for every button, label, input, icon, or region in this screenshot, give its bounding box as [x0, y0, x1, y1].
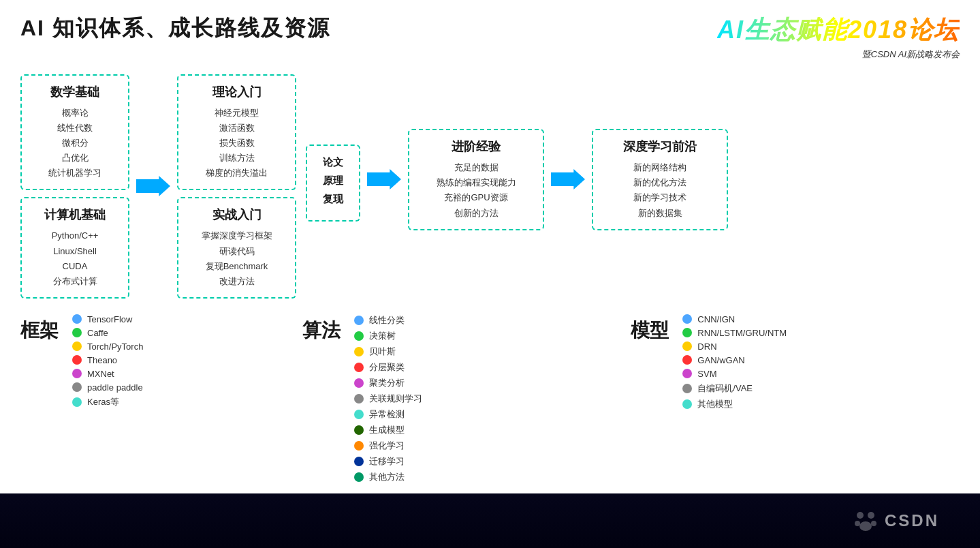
dot-cnn — [682, 314, 692, 324]
framework-paddle: paddle paddle — [87, 382, 143, 393]
framework-caffe: Caffe — [87, 328, 108, 338]
paper-title: 论文原理复现 — [317, 153, 349, 208]
list-item: TensorFlow — [72, 314, 143, 324]
list-item: SVM — [682, 369, 787, 379]
advanced-title: 进阶经验 — [420, 138, 532, 155]
math-items: 概率论线性代数微积分凸优化统计机器学习 — [33, 106, 117, 181]
practice-items: 掌握深度学习框架研读代码复现Benchmark改进方法 — [189, 228, 284, 288]
svg-marker-0 — [136, 176, 170, 196]
algo-bayes: 贝叶斯 — [369, 346, 396, 358]
dot-vae — [682, 384, 692, 393]
svg-point-6 — [871, 521, 876, 526]
math-title: 数学基础 — [33, 84, 117, 100]
list-item: 决策树 — [354, 330, 422, 342]
algorithms-section: 算法 线性分类 决策树 贝叶斯 分层聚类 — [302, 311, 631, 483]
list-item: GAN/wGAN — [682, 355, 787, 365]
models-section: 模型 CNN/IGN RNN/LSTM/GRU/NTM DRN GAN/wGAN — [631, 311, 960, 483]
computer-title: 计算机基础 — [33, 207, 117, 223]
csdn-icon — [852, 507, 879, 534]
bottom-section: 框架 TensorFlow Caffe Torch/PyTorch Theano — [20, 311, 960, 483]
dot-svm — [682, 369, 692, 378]
model-gan: GAN/wGAN — [697, 355, 744, 365]
dot-other-model — [682, 399, 692, 409]
advanced-box: 进阶经验 充足的数据熟练的编程实现能力充裕的GPU资源创新的方法 — [408, 129, 544, 230]
dot-anomaly — [354, 410, 364, 419]
framework-tensorflow: TensorFlow — [87, 314, 132, 324]
dot-theano — [72, 355, 82, 365]
model-other: 其他模型 — [697, 398, 733, 410]
algo-assoc: 关联规则学习 — [369, 393, 422, 405]
list-item: 异常检测 — [354, 408, 422, 421]
framework-keras: Keras等 — [87, 396, 119, 408]
svg-point-4 — [868, 512, 874, 519]
logo-main: AI生态赋能2018论坛 — [717, 14, 960, 47]
algo-linear: 线性分类 — [369, 314, 405, 326]
dot-transfer — [354, 457, 364, 466]
dot-keras — [72, 397, 82, 407]
list-item: 强化学习 — [354, 440, 422, 452]
dot-torch — [72, 341, 82, 351]
logo-sub: 暨CSDN AI新战略发布会 — [862, 48, 960, 61]
math-box: 数学基础 概率论线性代数微积分凸优化统计机器学习 — [20, 74, 129, 190]
model-svm: SVM — [697, 369, 716, 379]
model-vae: 自编码机/VAE — [697, 382, 753, 395]
algo-cluster: 聚类分析 — [369, 377, 405, 389]
list-item: Torch/PyTorch — [72, 341, 143, 352]
svg-point-3 — [857, 512, 864, 519]
paper-box: 论文原理复现 — [306, 144, 360, 222]
deep-items: 新的网络结构新的优化方法新的学习技术新的数据集 — [604, 160, 716, 220]
deep-title: 深度学习前沿 — [604, 138, 716, 155]
list-item: Theano — [72, 355, 143, 365]
algo-hier: 分层聚类 — [369, 361, 405, 374]
dot-tensorflow — [72, 314, 82, 324]
algorithms-label: 算法 — [302, 318, 341, 344]
algorithms-list: 线性分类 决策树 贝叶斯 分层聚类 聚类分析 — [354, 314, 422, 483]
deep-box: 深度学习前沿 新的网络结构新的优化方法新的学习技术新的数据集 — [592, 129, 728, 230]
framework-torch: Torch/PyTorch — [87, 341, 143, 352]
arrow1 — [136, 172, 170, 200]
advanced-items: 充足的数据熟练的编程实现能力充裕的GPU资源创新的方法 — [420, 160, 532, 220]
logo-area: AI生态赋能2018论坛 暨CSDN AI新战略发布会 — [717, 14, 960, 61]
dot-hier — [354, 363, 364, 372]
top-diagram: 数学基础 概率论线性代数微积分凸优化统计机器学习 计算机基础 Python/C+… — [20, 74, 960, 299]
practice-box: 实战入门 掌握深度学习框架研读代码复现Benchmark改进方法 — [177, 197, 296, 298]
csdn-text: CSDN — [885, 511, 939, 530]
frameworks-list: TensorFlow Caffe Torch/PyTorch Theano MX… — [72, 314, 143, 408]
dot-gen — [354, 425, 364, 435]
list-item: 线性分类 — [354, 314, 422, 326]
algo-rl: 强化学习 — [369, 440, 405, 452]
algo-gen: 生成模型 — [369, 424, 405, 436]
list-item: DRN — [682, 341, 787, 352]
list-item: Caffe — [72, 328, 143, 338]
practice-title: 实战入门 — [189, 207, 284, 223]
dot-cluster — [354, 378, 364, 388]
dot-linear — [354, 316, 364, 325]
arrow2 — [367, 166, 401, 193]
arrow3 — [551, 166, 585, 193]
dot-tree — [354, 331, 364, 341]
svg-point-7 — [859, 521, 872, 531]
list-item: 分层聚类 — [354, 361, 422, 374]
models-list: CNN/IGN RNN/LSTM/GRU/NTM DRN GAN/wGAN SV… — [682, 314, 787, 410]
list-item: MXNet — [72, 369, 143, 379]
dot-assoc — [354, 394, 364, 404]
svg-point-5 — [855, 521, 860, 526]
list-item: 生成模型 — [354, 424, 422, 436]
model-cnn: CNN/IGN — [697, 314, 735, 324]
framework-mxnet: MXNet — [87, 369, 114, 379]
mid-boxes: 理论入门 神经元模型激活函数损失函数训练方法梯度的消失溢出 实战入门 掌握深度学… — [177, 74, 296, 299]
computer-items: Python/C++Linux/ShellCUDA分布式计算 — [33, 228, 117, 288]
dot-paddle — [72, 382, 82, 392]
page-title: AI 知识体系、成长路线及资源 — [20, 14, 330, 44]
list-item: 聚类分析 — [354, 377, 422, 389]
list-item: 其他方法 — [354, 471, 422, 483]
theory-title: 理论入门 — [189, 84, 284, 100]
list-item: 迁移学习 — [354, 455, 422, 468]
algo-anomaly: 异常检测 — [369, 408, 405, 421]
dot-rl — [354, 441, 364, 451]
header: AI 知识体系、成长路线及资源 AI生态赋能2018论坛 暨CSDN AI新战略… — [20, 14, 960, 61]
dot-gan — [682, 355, 692, 365]
list-item: paddle paddle — [72, 382, 143, 393]
list-item: 贝叶斯 — [354, 346, 422, 358]
left-boxes: 数学基础 概率论线性代数微积分凸优化统计机器学习 计算机基础 Python/C+… — [20, 74, 129, 299]
